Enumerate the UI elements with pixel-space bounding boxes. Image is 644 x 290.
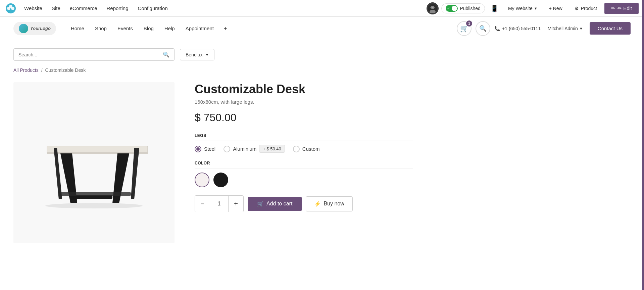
- legs-aluminium-label: Aluminium: [233, 146, 256, 152]
- admin-bar: Website Site eCommerce Reporting Configu…: [0, 0, 644, 17]
- qty-decrease-button[interactable]: −: [195, 196, 210, 212]
- nav-shop[interactable]: Shop: [90, 23, 111, 34]
- gear-icon: ⚙: [575, 6, 579, 11]
- chevron-down-icon: ▼: [579, 27, 583, 31]
- nav-blog[interactable]: Blog: [139, 23, 158, 34]
- product-info: Customizable Desk 160x80cm, with large l…: [195, 82, 413, 212]
- nav-add-icon[interactable]: +: [220, 23, 231, 34]
- legs-steel-label: Steel: [204, 146, 215, 152]
- qty-increase-button[interactable]: +: [229, 196, 243, 212]
- search-icon[interactable]: 🔍: [163, 51, 169, 58]
- legs-option-aluminium[interactable]: Aluminium + $ 50.40: [224, 145, 285, 153]
- edit-button[interactable]: ✏ ✏ Edit: [604, 3, 639, 14]
- color-options-row: [195, 173, 413, 187]
- search-box: 🔍: [13, 48, 175, 61]
- product-price: $ 750.00: [195, 111, 413, 124]
- published-toggle[interactable]: ✓ Published: [441, 3, 485, 13]
- admin-bar-left: Website Site eCommerce Reporting Configu…: [5, 3, 424, 14]
- legs-option-steel[interactable]: Steel: [195, 146, 215, 152]
- lightning-icon: ⚡: [314, 201, 321, 207]
- legs-label: LEGS: [195, 133, 413, 141]
- my-website-button[interactable]: My Website ▼: [504, 4, 542, 13]
- logo-circle-icon: [19, 24, 28, 33]
- add-to-cart-row: − + 🛒 Add to cart ⚡ Buy now: [195, 195, 413, 212]
- aluminium-price-badge: + $ 50.40: [259, 145, 285, 153]
- color-option-section: COLOR: [195, 161, 413, 187]
- product-image-container: [13, 82, 175, 243]
- breadcrumb-current: Customizable Desk: [45, 67, 86, 73]
- search-input[interactable]: [18, 52, 160, 57]
- odoo-logo[interactable]: [5, 3, 16, 14]
- product-area: Customizable Desk 160x80cm, with large l…: [13, 82, 631, 243]
- toggle-check-icon: ✓: [447, 6, 450, 10]
- pencil-icon: ✏: [611, 5, 615, 11]
- admin-nav-reporting[interactable]: Reporting: [102, 3, 132, 14]
- nav-home[interactable]: Home: [66, 23, 89, 34]
- color-label: COLOR: [195, 161, 413, 168]
- buy-now-label: Buy now: [324, 201, 344, 207]
- mobile-preview-icon[interactable]: 📱: [488, 3, 501, 14]
- svg-rect-17: [59, 192, 131, 196]
- admin-bar-right: ✓ Published 📱 My Website ▼ + New ⚙ eComm…: [427, 2, 639, 14]
- legs-option-custom[interactable]: Custom: [293, 146, 320, 152]
- search-filter-row: 🔍 Benelux ▼: [13, 48, 631, 61]
- radio-custom: [293, 146, 300, 152]
- logo-text: YourLogo: [30, 26, 51, 31]
- benelux-dropdown[interactable]: Benelux ▼: [180, 49, 214, 60]
- product-subtitle: 160x80cm, with large legs.: [195, 99, 413, 105]
- product-button[interactable]: ⚙ eCommerce Product: [570, 4, 602, 13]
- search-button[interactable]: 🔍: [476, 21, 490, 36]
- svg-marker-15: [131, 148, 139, 199]
- toggle-switch: ✓: [446, 5, 458, 12]
- add-to-cart-label: Add to cart: [266, 201, 292, 207]
- legs-option-row: Steel Aluminium + $ 50.40 Custom: [195, 145, 413, 153]
- published-label: Published: [460, 6, 481, 11]
- cart-icon: 🛒: [257, 201, 264, 207]
- nav-events[interactable]: Events: [113, 23, 138, 34]
- product-image: [27, 99, 161, 227]
- cart-badge: 1: [466, 20, 472, 27]
- breadcrumb: All Products / Customizable Desk: [13, 67, 631, 73]
- admin-nav-configuration[interactable]: Configuration: [134, 3, 172, 14]
- svg-point-18: [45, 203, 143, 208]
- logo-button[interactable]: YourLogo: [13, 22, 56, 35]
- admin-avatar[interactable]: [427, 2, 439, 14]
- breadcrumb-all-products[interactable]: All Products: [13, 67, 39, 73]
- website-header: YourLogo Home Shop Events Blog Help Appo…: [0, 17, 644, 40]
- admin-nav-site[interactable]: Site: [48, 3, 64, 14]
- radio-steel: [195, 146, 201, 152]
- legs-custom-label: Custom: [302, 146, 320, 152]
- quantity-control: − +: [195, 195, 244, 212]
- cart-button[interactable]: 🛒 1: [457, 21, 472, 36]
- color-swatch-black[interactable]: [213, 173, 228, 187]
- legs-option-section: LEGS Steel Aluminium + $ 50.40: [195, 133, 413, 153]
- chevron-down-icon: ▼: [534, 6, 538, 10]
- breadcrumb-separator: /: [41, 67, 43, 73]
- admin-nav-website[interactable]: Website: [20, 3, 46, 14]
- new-button[interactable]: + New: [544, 4, 567, 13]
- qty-input[interactable]: [210, 196, 229, 212]
- radio-aluminium: [224, 146, 230, 152]
- color-swatch-white[interactable]: [195, 173, 209, 187]
- phone-icon: 📞: [494, 26, 500, 31]
- contact-us-button[interactable]: Contact Us: [590, 22, 631, 35]
- admin-nav-ecommerce[interactable]: eCommerce: [66, 3, 101, 14]
- buy-now-button[interactable]: ⚡ Buy now: [306, 196, 352, 211]
- header-right: 🛒 1 🔍 📞 +1 (650) 555-0111 Mitchell Admin…: [457, 21, 631, 36]
- user-name: Mitchell Admin: [548, 26, 578, 31]
- chevron-down-icon: ▼: [205, 53, 209, 57]
- nav-appointment[interactable]: Appointment: [181, 23, 218, 34]
- add-to-cart-button[interactable]: 🛒 Add to cart: [248, 197, 302, 211]
- product-section: All Products / Customizable Desk: [13, 67, 631, 243]
- main-content: 🔍 Benelux ▼ All Products / Customizable …: [0, 40, 644, 251]
- product-title: Customizable Desk: [195, 82, 413, 96]
- phone-number: +1 (650) 555-0111: [502, 26, 541, 31]
- website-nav: Home Shop Events Blog Help Appointment +: [66, 23, 457, 34]
- user-dropdown[interactable]: Mitchell Admin ▼: [545, 24, 586, 33]
- svg-point-3: [9, 5, 12, 8]
- logo-area: YourLogo: [13, 22, 56, 35]
- phone-area: 📞 +1 (650) 555-0111: [494, 26, 541, 31]
- edit-sidebar: [642, 0, 644, 251]
- nav-help[interactable]: Help: [160, 23, 180, 34]
